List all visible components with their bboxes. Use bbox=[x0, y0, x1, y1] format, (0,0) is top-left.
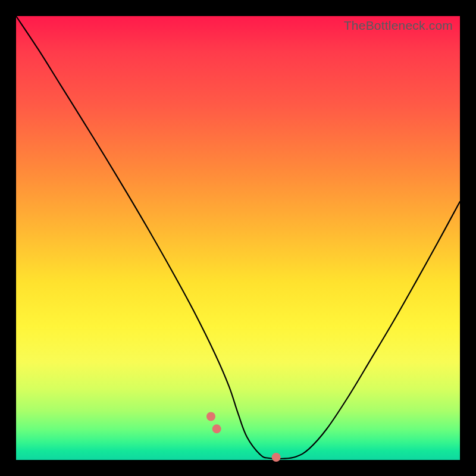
curve-markers bbox=[202, 398, 315, 462]
curve-marker-pill bbox=[289, 450, 298, 455]
bottleneck-curve bbox=[16, 16, 460, 459]
chart-frame: TheBottleneck.com bbox=[0, 0, 476, 476]
curve-marker bbox=[212, 424, 221, 433]
plot-area: TheBottleneck.com bbox=[16, 16, 460, 460]
curve-marker-pill bbox=[223, 440, 230, 451]
bottleneck-chart-svg bbox=[16, 16, 460, 460]
curve-marker bbox=[272, 453, 281, 462]
curve-marker-pill bbox=[202, 398, 205, 406]
curve-marker bbox=[206, 412, 215, 421]
